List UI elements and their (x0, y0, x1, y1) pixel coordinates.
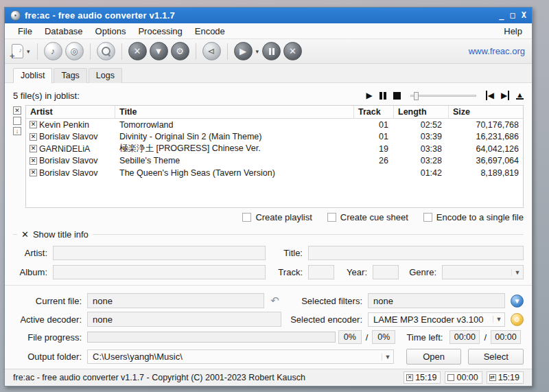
track-field[interactable] (308, 265, 334, 279)
title-info-header[interactable]: Show title info (33, 229, 89, 240)
gear-button[interactable]: ⚙ (171, 42, 189, 60)
cell-title: 極楽浄土 [PROGRESS] Chinese Ver. (115, 143, 354, 154)
row-checkbox[interactable]: ✕ (30, 121, 37, 128)
cell-length: 03:39 (394, 132, 449, 141)
table-row[interactable]: ✕Borislav Slavov Sebille's Theme 26 03:2… (26, 155, 523, 168)
table-row[interactable]: ✕Borislav Slavov The Queen's High Seas (… (26, 167, 523, 179)
pause-encoding-button[interactable] (262, 42, 281, 60)
open-folder-button[interactable]: Open (406, 349, 462, 365)
clock-elapsed-time: 00:00 (445, 371, 482, 384)
table-row[interactable]: ✕GARNiDELiA 極楽浄土 [PROGRESS] Chinese Ver.… (26, 143, 523, 155)
table-row[interactable]: ✕Borislav Slavov Divinity - Original Sin… (26, 131, 523, 143)
music-note-button[interactable]: ♪ (44, 42, 62, 60)
maximize-button[interactable]: □ (511, 10, 515, 21)
create-playlist-checkbox[interactable] (242, 213, 251, 222)
menu-help[interactable]: Help (501, 25, 525, 38)
chevron-down-icon: ▼ (511, 269, 523, 276)
progress-total-value: 0% (372, 330, 395, 344)
stop-encoding-button[interactable]: ✕ (283, 42, 302, 60)
current-file-value: none (87, 293, 264, 308)
gear-icon: ⚙ (176, 46, 184, 56)
filters-config-button[interactable]: ▼ (511, 295, 524, 308)
tab-joblist[interactable]: Joblist (13, 68, 52, 83)
column-header-size[interactable]: Size (449, 106, 523, 118)
minimize-button[interactable]: _ (499, 10, 504, 21)
output-folder-dropdown[interactable]: C:\Users\yangh\Music\▼ (87, 349, 394, 364)
next-track-button[interactable]: ▶ (501, 91, 509, 100)
title-bar[interactable]: fre:ac - free audio converter v1.1.7 _ □… (5, 8, 532, 23)
start-encoding-button[interactable]: ▶ (234, 42, 253, 60)
toolbar: ▾ ♪ ◎ ✕ ▼ ⚙ ⊲ ▶ ▾ ✕ www.freac.org (5, 39, 532, 64)
table-row[interactable]: ✕Kevin Penkin Tomorrowland 01 02:52 70,1… (26, 119, 523, 131)
time-left-total: 00:00 (491, 330, 521, 344)
cell-size: 8,189,819 (449, 168, 523, 178)
add-files-button[interactable] (12, 42, 23, 60)
tab-logs[interactable]: Logs (89, 68, 122, 83)
website-link[interactable]: www.freac.org (469, 46, 525, 56)
selected-encoder-dropdown[interactable]: LAME MP3 Encoder v3.100▼ (368, 312, 505, 327)
tab-tags[interactable]: Tags (54, 68, 86, 83)
cell-track: 26 (354, 156, 394, 165)
eject-button[interactable]: ▲ (516, 92, 524, 100)
select-folder-button[interactable]: Select (468, 349, 524, 365)
cell-length: 02:52 (394, 120, 449, 130)
music-note-icon: ♪ (51, 46, 56, 56)
close-button[interactable]: X (522, 10, 526, 21)
output-folder-label: Output folder: (13, 351, 87, 362)
create-cue-sheet-checkbox[interactable] (327, 213, 336, 222)
start-encoding-dropdown-icon[interactable]: ▾ (256, 48, 259, 55)
encode-single-file-checkbox[interactable] (423, 213, 432, 222)
stop-track-button[interactable] (393, 92, 401, 100)
column-header-track[interactable]: Track (354, 106, 394, 118)
previous-track-button[interactable]: ◀ (486, 91, 494, 100)
menu-processing[interactable]: Processing (132, 25, 188, 38)
menu-bar: File Database Options Processing Encode … (5, 23, 532, 39)
status-bar: fre:ac - free audio converter v1.1.7 - C… (5, 369, 532, 386)
pause-icon (269, 48, 274, 55)
menu-database[interactable]: Database (38, 25, 89, 38)
selected-filters-label: Selected filters: (287, 296, 368, 306)
play-track-button[interactable]: ▶ (366, 91, 372, 100)
select-all-button[interactable]: ✕ (13, 106, 21, 115)
album-field[interactable] (53, 265, 266, 279)
add-files-icon (12, 44, 23, 58)
column-header-length[interactable]: Length (394, 106, 449, 118)
row-checkbox[interactable]: ✕ (30, 133, 37, 141)
time-value: 15:19 (498, 373, 519, 382)
menu-file[interactable]: File (12, 25, 38, 38)
seek-slider-thumb[interactable] (414, 92, 419, 100)
create-cue-sheet-option[interactable]: Create cue sheet (327, 212, 408, 222)
year-field[interactable] (373, 265, 399, 279)
select-none-button[interactable] (13, 117, 21, 125)
row-checkbox[interactable]: ✕ (30, 157, 37, 165)
column-header-artist[interactable]: Artist (26, 106, 115, 118)
toggle-selection-button[interactable]: ↓ (13, 127, 21, 135)
title-field[interactable] (308, 246, 524, 260)
seek-slider[interactable] (410, 95, 476, 97)
tools-button[interactable]: ✕ (128, 42, 147, 60)
divider-line (93, 234, 524, 235)
cell-length: 03:38 (394, 144, 449, 154)
menu-encode[interactable]: Encode (189, 25, 231, 38)
cell-artist: Borislav Slavov (39, 156, 97, 165)
encode-single-file-option[interactable]: Encode to a single file (423, 212, 524, 222)
share-button[interactable]: ⊲ (202, 42, 221, 60)
search-button[interactable] (97, 42, 115, 60)
create-playlist-option[interactable]: Create playlist (242, 212, 312, 222)
file-progress-bar (87, 332, 336, 343)
menu-options[interactable]: Options (89, 25, 132, 38)
cd-rip-button[interactable]: ◎ (65, 42, 84, 60)
column-header-title[interactable]: Title (115, 106, 354, 118)
pause-track-button[interactable] (379, 92, 386, 100)
artist-field[interactable] (53, 246, 266, 260)
add-files-dropdown-icon[interactable]: ▾ (27, 48, 30, 55)
genre-dropdown[interactable]: ▼ (442, 265, 524, 279)
encoder-config-button[interactable]: ⚙ (511, 313, 524, 326)
row-checkbox[interactable]: ✕ (30, 169, 37, 176)
cell-artist: Kevin Penkin (39, 120, 89, 130)
row-checkbox[interactable]: ✕ (30, 145, 37, 152)
mascot-icon: ↶ (268, 295, 281, 308)
collapse-section-icon[interactable]: ✕ (21, 229, 29, 240)
window-title: fre:ac - free audio converter v1.1.7 (25, 10, 175, 21)
filter-button[interactable]: ▼ (150, 42, 168, 60)
